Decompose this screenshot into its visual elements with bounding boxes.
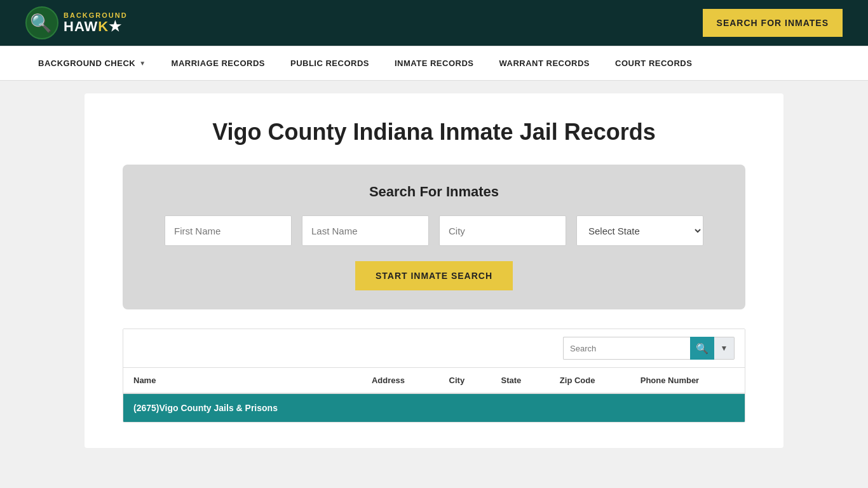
nav-bar: BACKGROUND CHECK ▼ MARRIAGE RECORDS PUBL… (0, 46, 868, 81)
logo-hawk-text: HAWK★ (64, 19, 128, 34)
row-zip (550, 393, 630, 422)
page-title: Vigo County Indiana Inmate Jail Records (123, 119, 745, 146)
main-content: Vigo County Indiana Inmate Jail Records … (85, 93, 783, 448)
row-state (491, 393, 549, 422)
table-section: 🔍 ▼ Name Address City State Zip Code Pho… (123, 329, 745, 423)
chevron-down-icon: ▼ (139, 60, 146, 67)
col-city: City (439, 368, 491, 393)
start-inmate-search-button[interactable]: START INMATE SEARCH (355, 261, 513, 290)
col-name: Name (123, 368, 362, 393)
state-select[interactable]: Select State AlabamaAlaskaArizona Arkans… (576, 215, 703, 246)
row-name: (2675)Vigo County Jails & Prisons (123, 393, 362, 422)
data-table: Name Address City State Zip Code Phone N… (123, 368, 745, 422)
search-icon: 🔍 (696, 342, 709, 355)
top-header: 🔍 BACKGROUND HAWK★ SEARCH FOR INMATES (0, 0, 868, 46)
search-btn-row: START INMATE SEARCH (148, 261, 720, 290)
nav-item-inmate-records[interactable]: INMATE RECORDS (382, 46, 486, 81)
city-input[interactable] (439, 215, 566, 246)
col-phone: Phone Number (630, 368, 745, 393)
row-city (439, 393, 491, 422)
logo-area: 🔍 BACKGROUND HAWK★ (25, 6, 128, 39)
table-header-row: Name Address City State Zip Code Phone N… (123, 368, 745, 393)
search-box: Search For Inmates Select State AlabamaA… (123, 165, 745, 309)
table-search-input[interactable] (563, 337, 690, 360)
magnifier-icon: 🔍 (30, 13, 52, 34)
nav-item-warrant-records[interactable]: WARRANT RECORDS (486, 46, 602, 81)
nav-item-background-check[interactable]: BACKGROUND CHECK ▼ (25, 46, 159, 81)
table-toolbar: 🔍 ▼ (123, 329, 745, 368)
nav-item-public-records[interactable]: PUBLIC RECORDS (278, 46, 382, 81)
col-zip: Zip Code (550, 368, 630, 393)
search-fields: Select State AlabamaAlaskaArizona Arkans… (148, 215, 720, 246)
col-state: State (491, 368, 549, 393)
last-name-input[interactable] (302, 215, 429, 246)
chevron-down-icon: ▼ (721, 344, 728, 353)
table-dropdown-button[interactable]: ▼ (714, 337, 735, 360)
row-phone (630, 393, 745, 422)
nav-item-marriage-records[interactable]: MARRIAGE RECORDS (159, 46, 278, 81)
search-box-title: Search For Inmates (148, 184, 720, 200)
table-search-button[interactable]: 🔍 (690, 337, 714, 360)
first-name-input[interactable] (165, 215, 292, 246)
search-inmates-button[interactable]: SEARCH FOR INMATES (703, 9, 843, 37)
nav-item-court-records[interactable]: COURT RECORDS (602, 46, 705, 81)
table-row[interactable]: (2675)Vigo County Jails & Prisons (123, 393, 745, 422)
row-address (362, 393, 439, 422)
logo-icon: 🔍 (25, 6, 58, 39)
col-address: Address (362, 368, 439, 393)
logo-text: BACKGROUND HAWK★ (64, 11, 128, 34)
